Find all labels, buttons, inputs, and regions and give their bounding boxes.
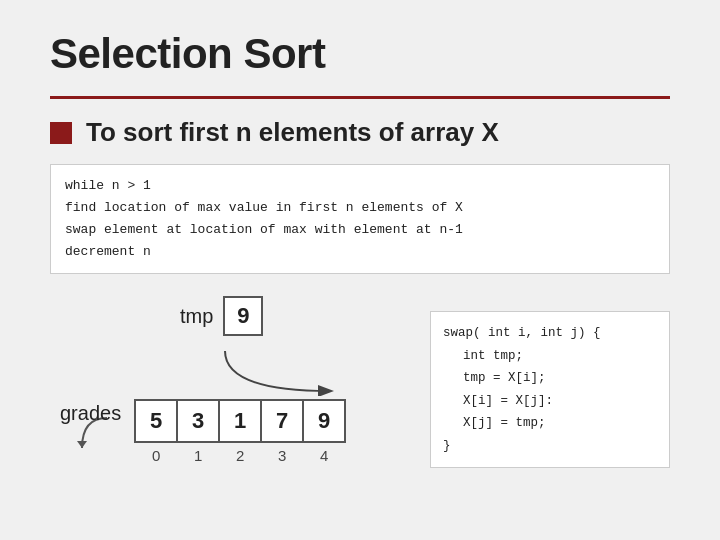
slide-title: Selection Sort [50,30,670,78]
right-section: swap( int i, int j) { int tmp; tmp = X[i… [430,311,670,468]
bullet-icon [50,122,72,144]
cell-4: 9 [302,399,346,443]
swap-line-4: X[i] = X[j]: [443,390,657,413]
grades-area: grades 5 3 1 7 9 [60,399,344,464]
swap-line-2: int tmp; [443,345,657,368]
array-cells: 5 3 1 7 9 [134,399,344,443]
index-3: 3 [260,447,304,464]
index-4: 4 [302,447,346,464]
tmp-label: tmp [180,305,213,328]
swap-line-5: X[j] = tmp; [443,412,657,435]
swap-code-block: swap( int i, int j) { int tmp; tmp = X[i… [430,311,670,468]
slide: Selection Sort To sort first n elements … [0,0,720,540]
array-indices: 0 1 2 3 4 [134,447,344,464]
svg-marker-0 [77,441,87,448]
index-0: 0 [134,447,178,464]
grades-label: grades [60,402,121,425]
cell-2: 1 [218,399,262,443]
arrows-svg [175,346,395,396]
cell-0: 5 [134,399,178,443]
bullet-row: To sort first n elements of array X [50,117,670,148]
cell-3: 7 [260,399,304,443]
index-2: 2 [218,447,262,464]
code-block: while n > 1 find location of max value i… [50,164,670,274]
code-line-4: decrement n [65,241,655,263]
bullet-text: To sort first n elements of array X [86,117,499,148]
tmp-box: 9 [223,296,263,336]
swap-line-3: tmp = X[i]; [443,367,657,390]
title-divider [50,96,670,99]
left-section: tmp 9 [50,296,410,464]
content-area: tmp 9 [50,296,670,468]
swap-line-1: swap( int i, int j) { [443,322,657,345]
code-line-3: swap element at location of max with ele… [65,219,655,241]
index-1: 1 [176,447,220,464]
swap-line-6: } [443,435,657,458]
cell-1: 3 [176,399,220,443]
code-line-2: find location of max value in first n el… [65,197,655,219]
code-line-1: while n > 1 [65,175,655,197]
tmp-row: tmp 9 [180,296,263,336]
array-container: 5 3 1 7 9 0 1 2 3 4 [134,399,344,464]
